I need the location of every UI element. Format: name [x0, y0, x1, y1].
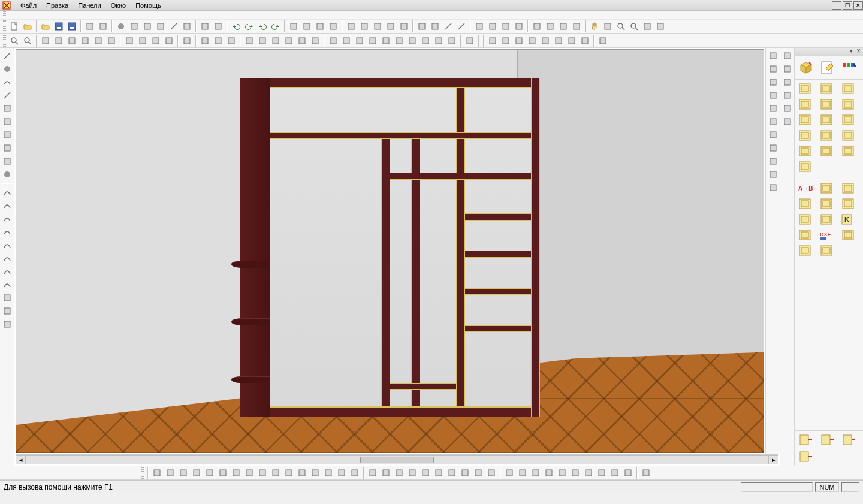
new-doc-button[interactable]: [8, 20, 20, 32]
shape-10-button[interactable]: [270, 467, 282, 479]
panel-door-b-button[interactable]: [840, 433, 857, 446]
mirror-button[interactable]: [1, 292, 13, 304]
circle-button[interactable]: [1, 63, 13, 75]
align-3-button[interactable]: [513, 35, 525, 47]
panel-spark-button[interactable]: [797, 228, 814, 242]
align-6-button[interactable]: [553, 35, 565, 47]
rotate-button[interactable]: [641, 20, 653, 32]
panel-door-l-button[interactable]: [797, 433, 814, 446]
panel-border-button[interactable]: [819, 82, 835, 95]
sel-e-button[interactable]: [92, 35, 104, 47]
sel-b-button[interactable]: [53, 35, 65, 47]
edge-10-button[interactable]: [485, 467, 497, 479]
panel-small-button[interactable]: [819, 113, 835, 126]
curve-h-button[interactable]: [1, 279, 13, 291]
panel-sum-button[interactable]: [797, 160, 814, 173]
wave-button[interactable]: [597, 35, 609, 47]
snap-9-button[interactable]: [433, 35, 445, 47]
panel-list-button[interactable]: [840, 129, 857, 142]
edge-8-button[interactable]: [459, 467, 471, 479]
panel-r-button[interactable]: [797, 98, 814, 111]
line-h-button[interactable]: [442, 20, 454, 32]
constraint-b-button[interactable]: [544, 20, 556, 32]
shape-14-button[interactable]: [322, 467, 334, 479]
panel-a-b-button[interactable]: A→B: [797, 182, 814, 195]
obj-4-button[interactable]: [543, 467, 555, 479]
nav-a-button[interactable]: [301, 20, 313, 32]
panel-6-button[interactable]: [309, 35, 321, 47]
obj-7-button[interactable]: [583, 467, 595, 479]
polygon-button[interactable]: [1, 155, 13, 167]
close-button[interactable]: ✕: [853, 1, 863, 10]
shape-2-button[interactable]: [164, 467, 176, 479]
3d-viewport[interactable]: [16, 49, 764, 453]
shape-15-button[interactable]: [336, 467, 348, 479]
panel-curve-l-button[interactable]: [819, 98, 835, 111]
open-doc-button[interactable]: [22, 20, 34, 32]
spline-button[interactable]: [1, 89, 13, 101]
obj-8-button[interactable]: [596, 467, 608, 479]
menu-window[interactable]: Окно: [106, 1, 131, 10]
edge-1-button[interactable]: [367, 467, 379, 479]
constraint-a-button[interactable]: [531, 20, 543, 32]
panel-burst-button[interactable]: [797, 213, 814, 226]
shape-1-button[interactable]: [151, 467, 163, 479]
arrow-b-button[interactable]: [781, 102, 793, 114]
obj-2-button[interactable]: [517, 467, 529, 479]
panel-door-r-button[interactable]: [819, 433, 835, 446]
rect-button[interactable]: [1, 102, 13, 114]
panel-x-button[interactable]: [840, 197, 857, 210]
panel-pin-icon[interactable]: ▾: [848, 48, 855, 56]
layer-a-button[interactable]: [199, 35, 211, 47]
tool-c-button[interactable]: [155, 20, 167, 32]
colors-button[interactable]: [840, 59, 858, 77]
snap-3-button[interactable]: [354, 35, 366, 47]
scroll-thumb[interactable]: [360, 457, 434, 463]
snap-6-button[interactable]: [393, 35, 405, 47]
zoom-out-button[interactable]: [22, 35, 34, 47]
panel-table-button[interactable]: [819, 144, 835, 158]
hand-button[interactable]: [589, 20, 601, 32]
dim-button[interactable]: [781, 76, 793, 88]
obj-5-button[interactable]: [556, 467, 568, 479]
check-button[interactable]: [640, 467, 652, 479]
panel-plain-button[interactable]: [797, 82, 814, 95]
prim-a-button[interactable]: [123, 35, 135, 47]
panel-light-button[interactable]: [819, 213, 835, 226]
align-1-button[interactable]: [487, 35, 499, 47]
scroll-left-button[interactable]: ◂: [16, 455, 26, 464]
align-7-button[interactable]: [566, 35, 578, 47]
props-button[interactable]: [767, 182, 779, 194]
panel-img-button[interactable]: [797, 144, 814, 158]
panel-curve-s-button[interactable]: [819, 182, 835, 195]
edit-button[interactable]: [819, 59, 837, 77]
panel-4-button[interactable]: [283, 35, 295, 47]
scroll-track[interactable]: [26, 455, 768, 464]
panel-hammer-button[interactable]: [797, 113, 814, 126]
rect-2-button[interactable]: [1, 142, 13, 154]
pen-button[interactable]: [181, 20, 193, 32]
undo-list-button[interactable]: [257, 20, 268, 32]
edge-3-button[interactable]: [393, 467, 405, 479]
link-button[interactable]: [781, 116, 793, 128]
paste-doc-button[interactable]: [97, 20, 109, 32]
menu-edit[interactable]: Правка: [41, 1, 73, 10]
shape-7-button[interactable]: [230, 467, 242, 479]
constraint-d-button[interactable]: [571, 20, 583, 32]
snap-2-button[interactable]: [340, 35, 352, 47]
shape-3-button[interactable]: [177, 467, 189, 479]
panel-books-button[interactable]: [797, 244, 814, 257]
curve-g-button[interactable]: [1, 265, 13, 277]
snap-5-button[interactable]: [380, 35, 392, 47]
obj-10-button[interactable]: [622, 467, 634, 479]
grid-r-button[interactable]: [385, 20, 397, 32]
redo-list-button[interactable]: [270, 20, 282, 32]
line-button[interactable]: [1, 50, 13, 62]
text-button[interactable]: [1, 116, 13, 128]
tangent-button[interactable]: [1, 318, 13, 330]
align-8-button[interactable]: [579, 35, 591, 47]
nav-b-button[interactable]: [314, 20, 326, 32]
grip-icon[interactable]: [3, 20, 6, 32]
arrow-button[interactable]: [767, 76, 779, 88]
undo-button[interactable]: [230, 20, 242, 32]
